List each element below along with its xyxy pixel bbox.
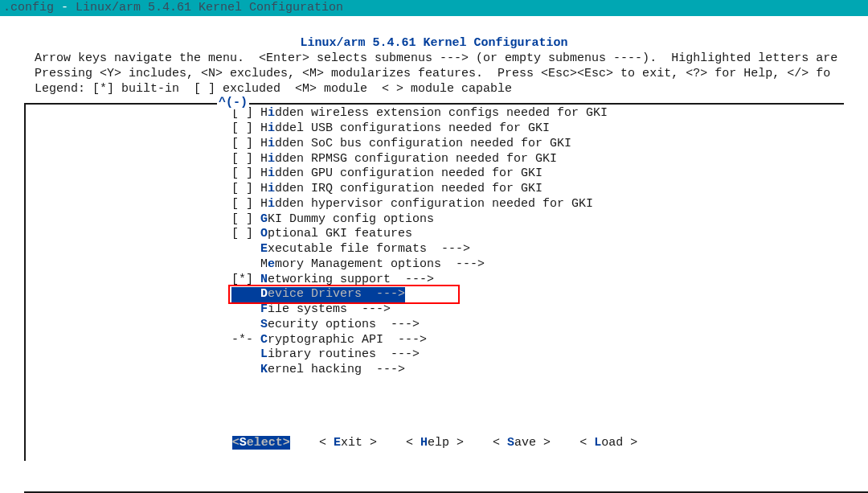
menu-item[interactable]: -*- Cryptographic API --->	[26, 333, 844, 348]
menu-item-selected[interactable]: Device Drivers --->	[26, 287, 844, 302]
window-titlebar: .config - Linux/arm 5.4.61 Kernel Config…	[0, 0, 868, 16]
titlebar-title: Linux/arm 5.4.61 Kernel Configuration	[76, 1, 343, 14]
menu-item[interactable]: Kernel hacking --->	[26, 363, 844, 378]
menu-item[interactable]: Library routines --->	[26, 347, 844, 363]
menu-item[interactable]: [ ] Hiddel USB configurations needed for…	[26, 121, 844, 137]
menu-item[interactable]: [ ] Hidden hypervisor configuration need…	[26, 197, 844, 212]
menu-item[interactable]: [ ] Optional GKI features	[26, 227, 844, 242]
menu-item[interactable]: [ ] Hidden SoC bus configuration needed …	[26, 137, 844, 152]
titlebar-prefix: .config	[3, 1, 54, 14]
save-button[interactable]: < Save >	[493, 436, 551, 450]
instructions: Arrow keys navigate the menu. <Enter> se…	[27, 51, 844, 97]
menu-box: ^(-) [ ] Hidden wireless extension confi…	[24, 103, 844, 461]
menu-item[interactable]: File systems --->	[26, 302, 844, 318]
menu-list[interactable]: [ ] Hidden wireless extension configs ne…	[26, 106, 844, 378]
load-button[interactable]: < Load >	[579, 436, 637, 450]
button-bar: <Select> < Exit > < Help > < Save > < Lo…	[26, 436, 844, 450]
menu-item[interactable]: Security options --->	[26, 318, 844, 333]
page-title: Linux/arm 5.4.61 Kernel Configuration	[24, 36, 844, 50]
scroll-up-indicator: ^(-)	[217, 96, 249, 109]
menu-item[interactable]: [ ] Hidden GPU configuration needed for …	[26, 166, 844, 182]
menu-item[interactable]: [ ] GKI Dummy config options	[26, 212, 844, 228]
content: Linux/arm 5.4.61 Kernel Configuration Ar…	[0, 16, 868, 461]
menu-item[interactable]: [ ] Hidden IRQ configuration needed for …	[26, 182, 844, 197]
menu-item[interactable]: Executable file formats --->	[26, 242, 844, 257]
menu-item[interactable]: [ ] Hidden RPMSG configuration needed fo…	[26, 152, 844, 167]
titlebar-sep: -	[54, 1, 76, 14]
help-button[interactable]: < Help >	[406, 436, 464, 450]
select-button[interactable]: <Select>	[232, 436, 290, 450]
menu-item[interactable]: [ ] Hidden wireless extension configs ne…	[26, 106, 844, 121]
menu-item[interactable]: [*] Networking support --->	[26, 273, 844, 288]
menu-item[interactable]: Memory Management options --->	[26, 257, 844, 273]
exit-button[interactable]: < Exit >	[319, 436, 377, 450]
